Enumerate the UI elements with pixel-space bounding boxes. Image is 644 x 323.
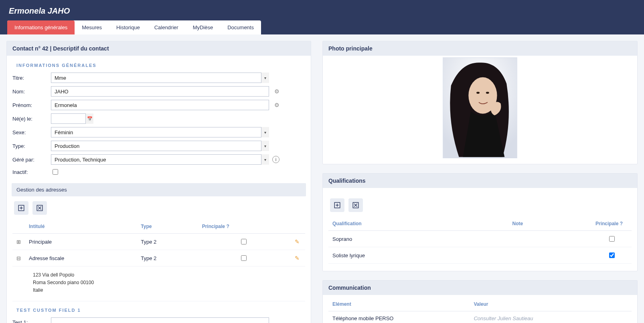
prenom-label: Prénom: [12, 102, 51, 108]
col-valeur[interactable]: Valeur [470, 297, 608, 311]
test1-input[interactable] [51, 317, 269, 323]
col-note[interactable]: Note [508, 217, 591, 231]
section-informations-generales: INFORMATIONS GÉNÉRALES [16, 63, 305, 68]
col-principale[interactable]: Principale ? [198, 220, 289, 234]
cell-note [508, 247, 591, 264]
cell-principale-checkbox[interactable] [241, 239, 247, 244]
col-qualification[interactable]: Qualification [328, 217, 508, 231]
svg-point-9 [486, 92, 489, 94]
tab-mesures[interactable]: Mesures [75, 20, 109, 34]
sexe-label: Sexe: [12, 129, 51, 135]
delete-button[interactable] [348, 198, 363, 212]
ne-date-input[interactable] [51, 113, 93, 124]
tab-calendrier[interactable]: Calendrier [147, 20, 186, 34]
gere-label: Géré par: [12, 157, 51, 163]
gear-icon[interactable]: ⚙ [272, 87, 281, 96]
inactif-label: Inactif: [12, 169, 51, 175]
cell-principale-checkbox[interactable] [609, 236, 615, 242]
sexe-select[interactable] [51, 127, 269, 137]
communication-header: Communication [323, 281, 637, 295]
cell-valeur: Consulter Julien Sautieau [470, 311, 608, 323]
cell-principale-checkbox[interactable] [609, 252, 615, 258]
cell-note [508, 231, 591, 247]
photo-panel-header: Photo principale [323, 41, 637, 56]
tab-bar: Informations générales Mesures Historiqu… [7, 20, 261, 34]
type-select[interactable] [51, 141, 269, 151]
contact-panel-header: Contact n° 42 | Descriptif du contact [7, 41, 311, 56]
address-details: 123 Via dell Popolo Roma Secondo piano 0… [29, 271, 301, 297]
titre-select[interactable] [51, 73, 269, 83]
gere-select[interactable] [51, 154, 269, 165]
expand-icon[interactable]: ⊞ [12, 234, 25, 250]
edit-icon[interactable]: ✎ [295, 255, 300, 261]
col-intitule[interactable]: Intitulé [25, 220, 137, 234]
col-type[interactable]: Type [137, 220, 198, 234]
qualifications-table: Qualification Note Principale ? Soprano [328, 217, 632, 264]
nom-input[interactable] [51, 86, 269, 97]
type-label: Type: [12, 143, 51, 149]
nom-label: Nom: [12, 89, 51, 95]
photo-panel: Photo principale [322, 41, 638, 164]
ne-label: Né(e) le: [12, 116, 51, 122]
cell-type: Type 2 [137, 250, 198, 266]
col-principale[interactable]: Principale ? [591, 217, 632, 231]
cell-principale-checkbox[interactable] [241, 255, 247, 261]
add-button[interactable] [330, 198, 344, 212]
qualifications-header: Qualifications [323, 174, 637, 188]
add-button[interactable] [14, 201, 28, 215]
cell-intitule: Adresse fiscale [25, 250, 137, 266]
table-row[interactable]: Téléphone mobile PERSO Consulter Julien … [328, 311, 632, 323]
test1-label: Test 1: [12, 319, 51, 323]
edit-icon[interactable]: ✎ [295, 238, 300, 245]
cell-qualification: Soprano [328, 231, 508, 247]
collapse-icon[interactable]: ⊟ [12, 250, 25, 266]
gear-icon[interactable]: ⚙ [272, 101, 281, 109]
qualifications-panel: Qualifications Qualification Note [322, 173, 638, 271]
prenom-input[interactable] [51, 100, 269, 110]
tab-historique[interactable]: Historique [109, 20, 147, 34]
inactif-checkbox[interactable] [53, 169, 58, 175]
info-icon[interactable]: i [272, 156, 279, 163]
contact-panel: Contact n° 42 | Descriptif du contact IN… [6, 41, 311, 323]
section-custom-field: TEST CUSTOM FIELD 1 [16, 308, 305, 313]
communication-table: Elément Valeur Téléphone mobile PERSO Co… [328, 297, 632, 323]
tab-documents[interactable]: Documents [220, 20, 261, 34]
communication-panel: Communication Elément Valeur Téléphone m [322, 280, 638, 323]
contact-photo[interactable] [443, 57, 517, 158]
table-row[interactable]: ⊟ Adresse fiscale Type 2 ✎ [12, 250, 305, 266]
cell-intitule: Principale [25, 234, 137, 250]
page-title: Ermonela JAHO [7, 0, 637, 20]
titre-label: Titre: [12, 75, 51, 81]
addresses-table: Intitulé Type Principale ? ⊞ Principale … [12, 220, 305, 301]
cell-qualification: Soliste lyrique [328, 247, 508, 264]
tab-informations-generales[interactable]: Informations générales [7, 20, 75, 34]
col-element[interactable]: Elément [328, 297, 470, 311]
delete-button[interactable] [32, 201, 47, 215]
addresses-header: Gestion des adresses [12, 183, 306, 196]
svg-point-8 [476, 92, 480, 94]
table-row[interactable]: Soprano [328, 231, 632, 247]
cell-element: Téléphone mobile PERSO [328, 311, 470, 323]
table-row[interactable]: ⊞ Principale Type 2 ✎ [12, 234, 305, 250]
table-row[interactable]: Soliste lyrique [328, 247, 632, 264]
tab-mydiese[interactable]: MyDièse [186, 20, 221, 34]
cell-type: Type 2 [137, 234, 198, 250]
